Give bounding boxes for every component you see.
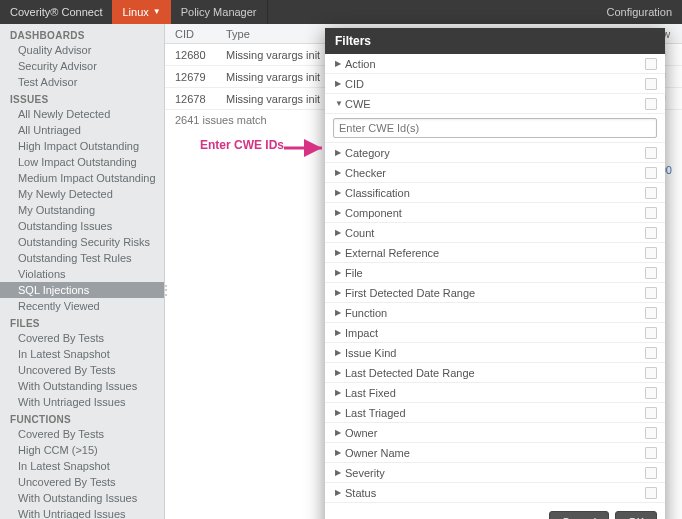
project-dropdown[interactable]: Linux ▼ xyxy=(112,0,170,24)
filter-row[interactable]: ▶Last Detected Date Range xyxy=(325,363,665,383)
filter-row[interactable]: ▶Function xyxy=(325,303,665,323)
filter-row[interactable]: ▶Impact xyxy=(325,323,665,343)
filter-row[interactable]: ▶Status xyxy=(325,483,665,503)
sidebar-item[interactable]: Uncovered By Tests xyxy=(0,474,164,490)
sidebar-item[interactable]: With Outstanding Issues xyxy=(0,490,164,506)
sidebar-item[interactable]: Medium Impact Outstanding xyxy=(0,170,164,186)
sidebar-item[interactable]: Low Impact Outstanding xyxy=(0,154,164,170)
filter-input-row xyxy=(325,114,665,143)
filter-row[interactable]: ▶Checker xyxy=(325,163,665,183)
filter-checkbox[interactable] xyxy=(645,58,657,70)
filter-checkbox[interactable] xyxy=(645,187,657,199)
project-name: Linux xyxy=(122,0,148,24)
chevron-right-icon: ▶ xyxy=(335,348,345,357)
filter-checkbox[interactable] xyxy=(645,427,657,439)
filter-checkbox[interactable] xyxy=(645,78,657,90)
sidebar-item[interactable]: In Latest Snapshot xyxy=(0,346,164,362)
filter-checkbox[interactable] xyxy=(645,227,657,239)
sidebar-item[interactable]: Security Advisor xyxy=(0,58,164,74)
sidebar-item[interactable]: In Latest Snapshot xyxy=(0,458,164,474)
sidebar-item[interactable]: Outstanding Test Rules xyxy=(0,250,164,266)
filter-row[interactable]: ▶Last Fixed xyxy=(325,383,665,403)
sidebar-item[interactable]: Outstanding Security Risks xyxy=(0,234,164,250)
cancel-button[interactable]: Cancel xyxy=(549,511,609,519)
cwe-id-input[interactable] xyxy=(333,118,657,138)
filter-row[interactable]: ▶First Detected Date Range xyxy=(325,283,665,303)
filter-row[interactable]: ▶File xyxy=(325,263,665,283)
sidebar-item[interactable]: Violations xyxy=(0,266,164,282)
filters-dialog: Filters ▶Action▶CID▼CWE▶Category▶Checker… xyxy=(325,28,665,519)
chevron-right-icon: ▶ xyxy=(335,79,345,88)
filter-row[interactable]: ▶Classification xyxy=(325,183,665,203)
sidebar-item[interactable]: SQL Injections xyxy=(0,282,164,298)
filter-row[interactable]: ▶Count xyxy=(325,223,665,243)
sidebar-item[interactable]: Test Advisor xyxy=(0,74,164,90)
filter-row[interactable]: ▶Issue Kind xyxy=(325,343,665,363)
caret-down-icon: ▼ xyxy=(153,0,161,24)
sidebar-item[interactable]: Uncovered By Tests xyxy=(0,362,164,378)
filter-checkbox[interactable] xyxy=(645,307,657,319)
tab-configuration[interactable]: Configuration xyxy=(597,0,682,24)
sidebar-item[interactable]: With Untriaged Issues xyxy=(0,394,164,410)
filter-row[interactable]: ▶Owner xyxy=(325,423,665,443)
filter-row[interactable]: ▶Owner Name xyxy=(325,443,665,463)
filter-checkbox[interactable] xyxy=(645,207,657,219)
chevron-right-icon: ▶ xyxy=(335,488,345,497)
sidebar-item[interactable]: Outstanding Issues xyxy=(0,218,164,234)
filter-checkbox[interactable] xyxy=(645,407,657,419)
filter-checkbox[interactable] xyxy=(645,327,657,339)
filter-row[interactable]: ▶External Reference xyxy=(325,243,665,263)
sidebar-item[interactable]: Covered By Tests xyxy=(0,330,164,346)
sidebar-item[interactable]: My Outstanding xyxy=(0,202,164,218)
ok-button[interactable]: OK xyxy=(615,511,657,519)
filter-row[interactable]: ▼CWE xyxy=(325,94,665,114)
resize-handle-icon[interactable]: ⋮ xyxy=(165,282,173,298)
filter-label: CWE xyxy=(345,98,645,110)
chevron-right-icon: ▶ xyxy=(335,168,345,177)
filter-row[interactable]: ▶Category xyxy=(325,143,665,163)
sidebar-item[interactable]: High Impact Outstanding xyxy=(0,138,164,154)
filter-checkbox[interactable] xyxy=(645,98,657,110)
filter-checkbox[interactable] xyxy=(645,467,657,479)
sidebar-item[interactable]: Recently Viewed xyxy=(0,298,164,314)
filter-label: Checker xyxy=(345,167,645,179)
filter-checkbox[interactable] xyxy=(645,167,657,179)
filter-checkbox[interactable] xyxy=(645,447,657,459)
sidebar-item[interactable]: All Newly Detected xyxy=(0,106,164,122)
filter-label: Count xyxy=(345,227,645,239)
filter-checkbox[interactable] xyxy=(645,347,657,359)
filter-checkbox[interactable] xyxy=(645,487,657,499)
sidebar-item[interactable]: Covered By Tests xyxy=(0,426,164,442)
filters-dialog-title: Filters xyxy=(325,28,665,54)
filter-label: Function xyxy=(345,307,645,319)
sidebar-item[interactable]: All Untriaged xyxy=(0,122,164,138)
filter-row[interactable]: ▶CID xyxy=(325,74,665,94)
col-cid[interactable]: CID xyxy=(165,24,220,43)
sidebar-group-head: ISSUES xyxy=(0,90,164,106)
filter-label: File xyxy=(345,267,645,279)
filter-checkbox[interactable] xyxy=(645,247,657,259)
filter-label: Category xyxy=(345,147,645,159)
sidebar-item[interactable]: With Untriaged Issues xyxy=(0,506,164,519)
chevron-right-icon: ▶ xyxy=(335,448,345,457)
chevron-right-icon: ▶ xyxy=(335,208,345,217)
filter-row[interactable]: ▶Last Triaged xyxy=(325,403,665,423)
filter-row[interactable]: ▶Severity xyxy=(325,463,665,483)
filter-row[interactable]: ▶Action xyxy=(325,54,665,74)
filter-checkbox[interactable] xyxy=(645,147,657,159)
chevron-right-icon: ▶ xyxy=(335,288,345,297)
tab-policy-manager[interactable]: Policy Manager xyxy=(171,0,268,24)
sidebar-item[interactable]: Quality Advisor xyxy=(0,42,164,58)
filter-row[interactable]: ▶Component xyxy=(325,203,665,223)
filter-checkbox[interactable] xyxy=(645,387,657,399)
cell-cid: 12680 xyxy=(165,44,220,65)
sidebar-item[interactable]: With Outstanding Issues xyxy=(0,378,164,394)
filter-checkbox[interactable] xyxy=(645,367,657,379)
filter-checkbox[interactable] xyxy=(645,287,657,299)
chevron-right-icon: ▶ xyxy=(335,308,345,317)
filter-label: First Detected Date Range xyxy=(345,287,645,299)
topbar: Coverity® Connect Linux ▼ Policy Manager… xyxy=(0,0,682,24)
sidebar-item[interactable]: My Newly Detected xyxy=(0,186,164,202)
sidebar-item[interactable]: High CCM (>15) xyxy=(0,442,164,458)
filter-checkbox[interactable] xyxy=(645,267,657,279)
